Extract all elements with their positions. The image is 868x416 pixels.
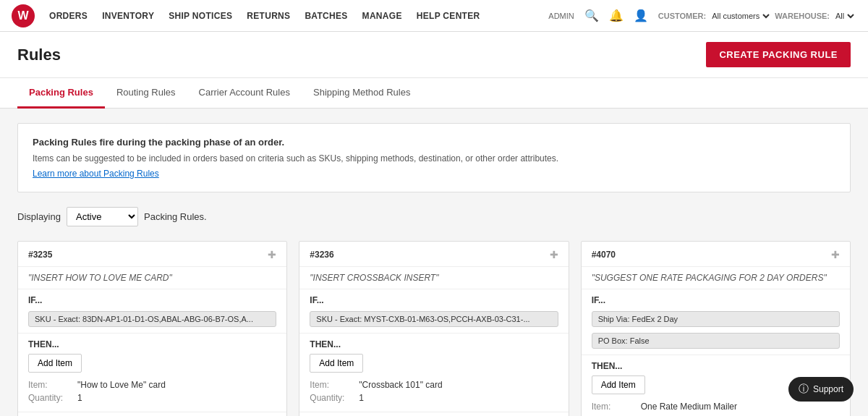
item-row: Item: "Crossback 101" card: [310, 380, 558, 390]
add-item-button[interactable]: Add Item: [28, 354, 82, 373]
warehouse-label: WAREHOUSE:: [775, 12, 830, 20]
tabs-bar: Packing Rules Routing Rules Carrier Acco…: [0, 78, 868, 109]
support-icon: ⓘ: [799, 383, 809, 396]
condition-tag: SKU - Exact: 83DN-AP1-01-D1-OS,ABAL-ABG-…: [28, 311, 276, 327]
page-header: Rules CREATE PACKING RULE: [0, 32, 868, 78]
tab-packing-rules[interactable]: Packing Rules: [17, 78, 105, 109]
rule-name: "INSERT HOW TO LOVE ME CARD": [18, 267, 286, 289]
info-description: Items can be suggested to be included in…: [33, 152, 835, 165]
then-label: THEN...: [28, 334, 276, 354]
drag-handle-icon[interactable]: ✚: [831, 249, 840, 260]
rule-id: #3235: [28, 250, 52, 260]
quantity-field-label: Quantity:: [28, 393, 72, 403]
nav-link-batches[interactable]: BATCHES: [305, 11, 347, 21]
page-title: Rules: [17, 46, 61, 64]
card-footer: EDIT ···: [18, 412, 286, 416]
customer-dropdown[interactable]: All customers: [709, 11, 772, 21]
support-button[interactable]: ⓘ Support: [788, 377, 854, 402]
rule-card: #3235 ✚ "INSERT HOW TO LOVE ME CARD" IF.…: [17, 241, 287, 416]
tab-shipping-method-rules[interactable]: Shipping Method Rules: [302, 78, 422, 109]
displaying-prefix-label: Displaying: [17, 211, 61, 222]
card-header: #3235 ✚: [18, 242, 286, 267]
quantity-field-label: Quantity:: [310, 393, 353, 403]
add-item-button[interactable]: Add Item: [592, 375, 645, 394]
user-icon[interactable]: 👤: [634, 9, 648, 22]
nav-link-ship-notices[interactable]: SHIP NOTICES: [169, 11, 232, 21]
nav-right: ADMIN 🔍 🔔 👤 CUSTOMER: All customers WARE…: [548, 9, 856, 22]
quantity-row: Quantity: 1: [310, 393, 558, 403]
tab-routing-rules[interactable]: Routing Rules: [105, 78, 187, 109]
item-field-value: "How to Love Me" card: [77, 380, 166, 390]
support-label: Support: [813, 384, 843, 394]
admin-label: ADMIN: [548, 12, 574, 20]
info-link[interactable]: Learn more about Packing Rules: [33, 169, 159, 179]
item-row: Item: "How to Love Me" card: [28, 380, 276, 390]
create-packing-rule-button[interactable]: CREATE PACKING RULE: [706, 42, 851, 67]
search-icon[interactable]: 🔍: [584, 9, 599, 22]
nav-links: ORDERSINVENTORYSHIP NOTICESRETURNSBATCHE…: [49, 11, 548, 21]
nav-link-manage[interactable]: MANAGE: [362, 11, 402, 21]
nav-link-inventory[interactable]: INVENTORY: [102, 11, 154, 21]
item-field-label: Item:: [592, 402, 635, 412]
item-field-value: One Rate Medium Mailer: [641, 402, 737, 412]
info-box: Packing Rules fire during the packing ph…: [17, 123, 851, 192]
item-row: Item: One Rate Medium Mailer: [592, 402, 840, 412]
nav-link-help-center[interactable]: HELP CENTER: [417, 11, 480, 21]
if-label: IF...: [582, 289, 850, 308]
info-title: Packing Rules fire during the packing ph…: [33, 137, 835, 148]
drag-handle-icon[interactable]: ✚: [268, 249, 276, 260]
rule-id: #3236: [310, 250, 333, 260]
tab-carrier-account-rules[interactable]: Carrier Account Rules: [187, 78, 302, 109]
main-content: Packing Rules fire during the packing ph…: [0, 109, 868, 416]
quantity-row: Quantity: 1: [28, 393, 276, 403]
card-header: #3236 ✚: [299, 242, 568, 267]
card-footer: EDIT ···: [299, 412, 568, 416]
then-section: THEN... Add Item Item: "Crossback 101" c…: [299, 334, 568, 412]
rule-name: "INSERT CROSSBACK INSERT": [299, 267, 568, 289]
then-label: THEN...: [310, 334, 558, 354]
displaying-bar: Displaying Active Inactive All Packing R…: [17, 207, 851, 226]
warehouse-dropdown[interactable]: All: [833, 11, 856, 21]
rule-name: "SUGGEST ONE RATE PACKAGING FOR 2 DAY OR…: [582, 267, 850, 289]
nav-link-returns[interactable]: RETURNS: [247, 11, 290, 21]
logo-icon[interactable]: W: [12, 4, 35, 27]
item-field-label: Item:: [310, 380, 353, 390]
packing-rules-label: Packing Rules.: [144, 211, 207, 222]
customer-selector: CUSTOMER: All customers WAREHOUSE: All: [658, 11, 856, 21]
status-filter-dropdown[interactable]: Active Inactive All: [67, 207, 138, 226]
condition-tag: SKU - Exact: MYST-CXB-01-M63-OS,PCCH-AXB…: [310, 311, 558, 327]
item-field-value: "Crossback 101" card: [359, 380, 442, 390]
condition-tag: PO Box: False: [592, 333, 840, 349]
nav-link-orders[interactable]: ORDERS: [49, 11, 88, 21]
rules-grid: #3235 ✚ "INSERT HOW TO LOVE ME CARD" IF.…: [17, 241, 851, 416]
quantity-field-value: 1: [359, 393, 364, 403]
if-label: IF...: [299, 289, 568, 308]
top-nav: W ORDERSINVENTORYSHIP NOTICESRETURNSBATC…: [0, 0, 868, 32]
if-label: IF...: [18, 289, 286, 308]
card-header: #4070 ✚: [582, 242, 850, 267]
quantity-field-value: 1: [77, 393, 82, 403]
bell-icon[interactable]: 🔔: [609, 9, 624, 22]
then-label: THEN...: [592, 355, 840, 375]
drag-handle-icon[interactable]: ✚: [550, 249, 558, 260]
condition-tag: Ship Via: FedEx 2 Day: [592, 311, 840, 327]
then-section: THEN... Add Item Item: "How to Love Me" …: [18, 334, 286, 412]
rule-id: #4070: [592, 250, 616, 260]
add-item-button[interactable]: Add Item: [310, 354, 363, 373]
rule-card: #3236 ✚ "INSERT CROSSBACK INSERT" IF... …: [299, 241, 569, 416]
item-field-label: Item:: [28, 380, 72, 390]
customer-label: CUSTOMER:: [658, 12, 706, 20]
